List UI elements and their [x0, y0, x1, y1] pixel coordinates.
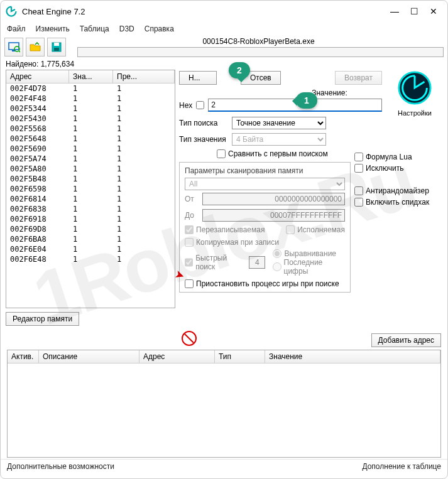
table-extras-link[interactable]: Дополнение к таблице	[362, 462, 441, 471]
memory-scan-options: Параметры сканирования памяти All От До …	[179, 162, 351, 293]
table-row[interactable]: 002F659811	[6, 184, 175, 194]
hex-label: Hex	[179, 101, 192, 110]
pause-game-checkbox[interactable]: Приостановить процесс игры при поиске	[185, 279, 345, 288]
table-row[interactable]: 002F691811	[6, 214, 175, 224]
value-input[interactable]	[208, 99, 382, 112]
table-row[interactable]: 002F543011	[6, 114, 175, 124]
titlebar: Cheat Engine 7.2 — ☐ ✕	[1, 1, 447, 22]
menu-help[interactable]: Справка	[145, 24, 174, 33]
settings-link[interactable]: Настройки	[386, 109, 444, 117]
to-label: До	[185, 211, 199, 220]
svg-rect-6	[54, 48, 59, 51]
unrandomizer-checkbox[interactable]: Антирандомайзер	[354, 186, 442, 195]
menu-file[interactable]: Файл	[7, 24, 26, 33]
table-row[interactable]: 002F5A7411	[6, 154, 175, 164]
table-row[interactable]: 002F5B4811	[6, 174, 175, 184]
value-type-select[interactable]: 4 Байта	[232, 133, 326, 146]
alignment-input[interactable]	[249, 256, 265, 269]
open-process-button[interactable]	[4, 38, 23, 57]
memory-view-button[interactable]: Редактор памяти	[6, 312, 79, 326]
menubar: Файл Изменить Таблица D3D Справка	[1, 22, 447, 36]
advanced-options-link[interactable]: Дополнительные возможности	[7, 462, 114, 471]
maximize-button[interactable]: ☐	[410, 6, 418, 16]
ce-logo-icon[interactable]	[396, 70, 433, 106]
open-file-button[interactable]	[26, 38, 45, 57]
from-input[interactable]	[202, 193, 345, 205]
value-label: Значение:	[312, 89, 347, 97]
table-row[interactable]: 002F4D7811	[6, 83, 175, 94]
fast-scan-checkbox[interactable]: Быстрый поиск	[185, 254, 245, 271]
first-scan-button[interactable]: Н...	[179, 71, 217, 85]
app-icon	[6, 6, 17, 17]
region-select[interactable]: All	[185, 178, 345, 190]
close-button[interactable]: ✕	[430, 6, 437, 16]
table-row[interactable]: 002F569011	[6, 144, 175, 154]
hex-checkbox[interactable]	[196, 101, 204, 109]
add-address-button[interactable]: Добавить адрес	[371, 333, 441, 347]
col-desc[interactable]: Описание	[39, 350, 139, 363]
scan-type-select[interactable]: Точное значение	[232, 117, 326, 129]
col-addr2[interactable]: Адрес	[139, 350, 215, 363]
table-row[interactable]: 002F4F4811	[6, 94, 175, 104]
save-button[interactable]	[47, 38, 66, 57]
cow-checkbox[interactable]: Копируемая при записи	[185, 238, 345, 247]
monitor-icon	[8, 41, 20, 53]
table-row[interactable]: 002F6E4811	[6, 254, 175, 264]
next-scan-button[interactable]: Отсев	[241, 71, 281, 85]
table-row[interactable]: 002F534411	[6, 104, 175, 114]
folder-open-icon	[29, 41, 41, 53]
alignment-radio[interactable]: Выравнивание	[273, 249, 345, 258]
results-header: Адрес Зна... Пре...	[6, 70, 175, 83]
table-row[interactable]: 002F564811	[6, 134, 175, 144]
svg-line-3	[19, 51, 20, 52]
address-list[interactable]: Актив. Описание Адрес Тип Значение	[7, 350, 441, 458]
toolbar: 000154C8-RobloxPlayerBeta.exe	[1, 36, 447, 58]
value-type-label: Тип значения	[179, 135, 228, 144]
window-title: Cheat Engine 7.2	[22, 7, 390, 16]
table-row[interactable]: 002F6BA811	[6, 234, 175, 244]
executable-checkbox[interactable]: Исполняемая	[286, 225, 345, 234]
params-legend: Параметры сканирования памяти	[185, 166, 345, 175]
writable-checkbox[interactable]: Перезаписываемая	[185, 225, 265, 234]
to-input[interactable]	[202, 209, 345, 222]
col-previous[interactable]: Пре...	[113, 70, 175, 83]
results-table[interactable]: Адрес Зна... Пре... 002F4D7811002F4F4811…	[6, 70, 175, 308]
col-val2[interactable]: Значение	[265, 350, 440, 363]
table-row[interactable]: 002F5A8011	[6, 164, 175, 174]
menu-edit[interactable]: Изменить	[36, 24, 70, 33]
table-row[interactable]: 002F681411	[6, 194, 175, 204]
table-row[interactable]: 002F556811	[6, 124, 175, 134]
process-name: 000154C8-RobloxPlayerBeta.exe	[74, 37, 444, 46]
col-active[interactable]: Актив.	[8, 350, 39, 363]
floppy-icon	[50, 41, 63, 53]
footer: Дополнительные возможности Дополнение к …	[1, 459, 447, 473]
table-row[interactable]: 002F6E0411	[6, 244, 175, 254]
col-type[interactable]: Тип	[215, 350, 265, 363]
speedhack-checkbox[interactable]: Включить спидхак	[354, 198, 442, 207]
stop-icon[interactable]	[182, 331, 197, 346]
scan-type-label: Тип поиска	[179, 119, 228, 127]
compare-first-checkbox[interactable]: Сравнить с первым поиском	[217, 149, 328, 158]
progress-bar	[77, 47, 444, 57]
svg-rect-5	[54, 43, 59, 46]
col-address[interactable]: Адрес	[6, 70, 69, 83]
found-count: Найдено: 1,775,634	[1, 58, 447, 70]
last-digits-radio[interactable]: Последние цифры	[273, 258, 345, 276]
not-checkbox[interactable]: Исключить	[354, 164, 442, 173]
address-list-header: Актив. Описание Адрес Тип Значение	[8, 350, 440, 363]
lua-checkbox[interactable]: Формула Lua	[354, 153, 442, 161]
menu-table[interactable]: Таблица	[80, 24, 109, 33]
menu-d3d[interactable]: D3D	[119, 24, 134, 33]
table-row[interactable]: 002F683811	[6, 204, 175, 214]
col-value[interactable]: Зна...	[69, 70, 113, 83]
undo-scan-button[interactable]: Возврат	[335, 71, 382, 85]
table-row[interactable]: 002F69D811	[6, 224, 175, 234]
from-label: От	[185, 195, 199, 203]
minimize-button[interactable]: —	[390, 6, 399, 16]
